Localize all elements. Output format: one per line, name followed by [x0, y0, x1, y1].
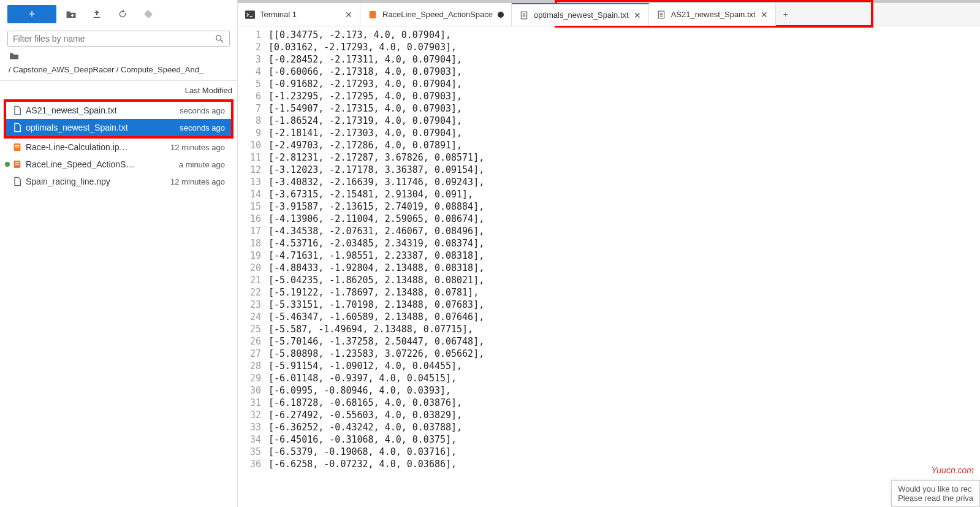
tab-as21-newest-spain-txt[interactable]: AS21_newest_Spain.txt✕: [649, 3, 776, 26]
code-line[interactable]: [-4.88433, -1.92804, 2.13488, 0.08318],: [268, 262, 980, 274]
code-line[interactable]: [-6.36252, -0.43242, 4.0, 0.03788],: [268, 421, 980, 433]
code-line[interactable]: [-5.46347, -1.60589, 2.13488, 0.07646],: [268, 311, 980, 323]
file-row[interactable]: RaceLine_Speed_ActionS…a minute ago: [0, 156, 237, 173]
code-line[interactable]: [-4.53716, -2.03485, 2.34319, 0.08374],: [268, 237, 980, 250]
code-line[interactable]: [-4.13906, -2.11004, 2.59065, 0.08674],: [268, 213, 980, 225]
code-line[interactable]: [[0.34775, -2.173, 4.0, 0.07904],: [268, 29, 980, 41]
highlighted-files-box: AS21_newest_Spain.txtseconds agooptimals…: [4, 99, 234, 139]
line-number: 22: [238, 286, 261, 299]
line-number: 15: [238, 200, 261, 213]
line-number: 7: [238, 102, 261, 115]
code-line[interactable]: [-6.45016, -0.31068, 4.0, 0.0375],: [268, 433, 980, 446]
search-input[interactable]: [13, 34, 215, 44]
code-line[interactable]: [-1.54907, -2.17315, 4.0, 0.07903],: [268, 102, 980, 115]
file-icon: [12, 142, 22, 152]
line-number: 25: [238, 323, 261, 335]
filter-files-search[interactable]: [7, 31, 230, 47]
file-row[interactable]: Race-Line-Calculation.ip…12 minutes ago: [0, 139, 237, 156]
column-last-modified[interactable]: Last Modified: [151, 81, 237, 100]
upload-icon[interactable]: [86, 5, 108, 23]
code-line[interactable]: [-5.33151, -1.70198, 2.13488, 0.07683],: [268, 299, 980, 311]
svg-rect-10: [245, 10, 255, 18]
code-line[interactable]: [-0.60066, -2.17318, 4.0, 0.07903],: [268, 66, 980, 78]
line-number: 34: [238, 433, 261, 446]
file-modified: a minute ago: [145, 160, 225, 169]
line-number: 6: [238, 90, 261, 102]
code-line[interactable]: [-6.0995, -0.80946, 4.0, 0.0393],: [268, 384, 980, 397]
line-number: 16: [238, 213, 261, 225]
code-line[interactable]: [-6.27492, -0.55603, 4.0, 0.03829],: [268, 409, 980, 421]
tab-terminal-1[interactable]: Terminal 1✕: [238, 3, 360, 26]
code-line[interactable]: [-5.70146, -1.37258, 2.50447, 0.06748],: [268, 335, 980, 348]
refresh-icon[interactable]: [112, 5, 134, 23]
code-content[interactable]: [[0.34775, -2.173, 4.0, 0.07904],[0.0316…: [268, 29, 980, 507]
code-line[interactable]: [-5.19122, -1.78697, 2.13488, 0.0781],: [268, 286, 980, 299]
code-line[interactable]: [-6.6258, -0.07232, 4.0, 0.03686],: [268, 458, 980, 470]
line-number: 32: [238, 409, 261, 421]
tab-optimals-newest-spain-txt[interactable]: optimals_newest_Spain.txt✕: [512, 3, 649, 26]
line-number: 17: [238, 225, 261, 237]
line-number: 26: [238, 335, 261, 348]
notice-line: Please read the priva: [898, 494, 973, 503]
code-line[interactable]: [0.03162, -2.17293, 4.0, 0.07903],: [268, 41, 980, 53]
code-line[interactable]: [-3.91587, -2.13615, 2.74019, 0.08884],: [268, 200, 980, 213]
new-tab-button[interactable]: +: [776, 3, 796, 26]
close-icon[interactable]: ✕: [761, 10, 768, 20]
file-list: Race-Line-Calculation.ip…12 minutes agoR…: [0, 139, 237, 190]
line-number: 20: [238, 262, 261, 274]
code-line[interactable]: [-6.18728, -0.68165, 4.0, 0.03876],: [268, 397, 980, 409]
code-line[interactable]: [-3.40832, -2.16639, 3.11746, 0.09243],: [268, 176, 980, 188]
sidebar-toolbar: +: [0, 0, 237, 28]
code-line[interactable]: [-2.49703, -2.17286, 4.0, 0.07891],: [268, 139, 980, 151]
notification-popup[interactable]: Would you like to rec Please read the pr…: [891, 480, 980, 507]
code-line[interactable]: [-5.91154, -1.09012, 4.0, 0.04455],: [268, 360, 980, 372]
text-editor[interactable]: 1234567891011121314151617181920212223242…: [238, 26, 980, 507]
svg-point-2: [216, 36, 221, 40]
file-name: RaceLine_Speed_ActionS…: [26, 159, 134, 169]
file-name: Race-Line-Calculation.ip…: [26, 142, 128, 152]
tab-type-icon: [368, 10, 378, 20]
line-number: 23: [238, 299, 261, 311]
file-row[interactable]: optimals_newest_Spain.txtseconds ago: [6, 119, 231, 136]
close-icon[interactable]: ✕: [345, 10, 352, 20]
folder-icon: [0, 51, 237, 61]
code-line[interactable]: [-4.71631, -1.98551, 2.23387, 0.08318],: [268, 250, 980, 262]
code-line[interactable]: [-1.86524, -2.17319, 4.0, 0.07904],: [268, 115, 980, 127]
code-line[interactable]: [-3.12023, -2.17178, 3.36387, 0.09154],: [268, 164, 980, 176]
code-line[interactable]: [-5.587, -1.49694, 2.13488, 0.07715],: [268, 323, 980, 335]
new-launcher-button[interactable]: +: [7, 5, 56, 23]
file-row[interactable]: AS21_newest_Spain.txtseconds ago: [6, 102, 231, 119]
file-row[interactable]: Spain_racing_line.npy12 minutes ago: [0, 173, 237, 190]
line-number: 3: [238, 53, 261, 66]
column-name[interactable]: [0, 81, 151, 100]
close-icon[interactable]: ✕: [634, 10, 641, 20]
new-folder-icon[interactable]: [60, 5, 82, 23]
git-icon[interactable]: [137, 5, 159, 23]
code-line[interactable]: [-3.67315, -2.15481, 2.91304, 0.091],: [268, 188, 980, 200]
line-number: 18: [238, 237, 261, 250]
code-line[interactable]: [-5.04235, -1.86205, 2.13488, 0.08021],: [268, 274, 980, 286]
breadcrumb[interactable]: / Capstone_AWS_DeepRacer / Compute_Speed…: [0, 61, 237, 80]
main-area: Terminal 1✕RaceLine_Speed_ActionSpaceopt…: [238, 0, 980, 507]
code-line[interactable]: [-6.01148, -0.9397, 4.0, 0.04515],: [268, 372, 980, 384]
file-name: optimals_newest_Spain.txt: [26, 123, 128, 132]
file-icon: [12, 177, 22, 186]
file-name: AS21_newest_Spain.txt: [26, 105, 117, 115]
file-name: Spain_racing_line.npy: [26, 177, 110, 186]
line-number: 9: [238, 127, 261, 139]
svg-rect-8: [15, 162, 20, 163]
tab-raceline-speed-actionspace[interactable]: RaceLine_Speed_ActionSpace: [360, 3, 512, 26]
line-gutter: 1234567891011121314151617181920212223242…: [238, 29, 268, 507]
code-line[interactable]: [-2.81231, -2.17287, 3.67826, 0.08571],: [268, 151, 980, 164]
code-line[interactable]: [-2.18141, -2.17303, 4.0, 0.07904],: [268, 127, 980, 139]
line-number: 28: [238, 360, 261, 372]
code-line[interactable]: [-5.80898, -1.23583, 3.07226, 0.05662],: [268, 348, 980, 360]
line-number: 30: [238, 384, 261, 397]
file-modified: seconds ago: [145, 123, 225, 132]
line-number: 13: [238, 176, 261, 188]
code-line[interactable]: [-0.91682, -2.17293, 4.0, 0.07904],: [268, 78, 980, 90]
code-line[interactable]: [-4.34538, -2.07631, 2.46067, 0.08496],: [268, 225, 980, 237]
code-line[interactable]: [-6.5379, -0.19068, 4.0, 0.03716],: [268, 446, 980, 458]
code-line[interactable]: [-0.28452, -2.17311, 4.0, 0.07904],: [268, 53, 980, 66]
code-line[interactable]: [-1.23295, -2.17295, 4.0, 0.07903],: [268, 90, 980, 102]
